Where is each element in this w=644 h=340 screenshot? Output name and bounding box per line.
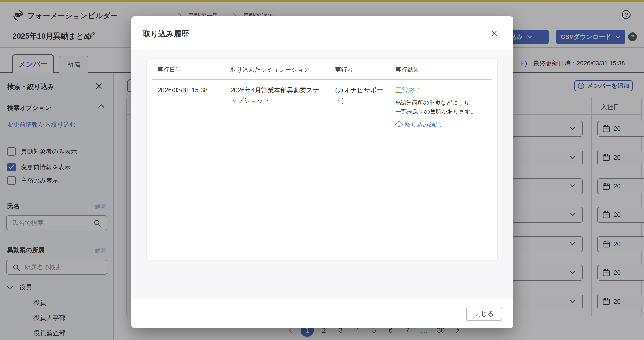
history-cell-datetime: 2026/03/31 15:38 <box>158 85 208 95</box>
history-cell-result: 正常終了 ※編集箇所の重複などにより、一部未反映の箇所があります。 取り込み結果 <box>396 85 481 130</box>
modal-footer: 閉じる <box>132 299 513 328</box>
result-note: ※編集箇所の重複などにより、一部未反映の箇所があります。 <box>396 98 478 116</box>
app-root: フォーメーションビルダー 異動案一覧 異動案詳細 ? 2025年10月異動まとめ… <box>0 0 644 340</box>
history-row-divider <box>152 127 492 127</box>
import-result-link[interactable]: 取り込み結果 <box>396 119 481 130</box>
history-header-simulation: 取り込んだシミュレーション <box>230 66 322 74</box>
import-result-link-label: 取り込み結果 <box>405 119 441 130</box>
modal-title: 取り込み履歴 <box>143 29 189 39</box>
history-header-executor: 実行者 <box>335 66 389 74</box>
close-modal-button[interactable]: 閉じる <box>466 307 502 321</box>
import-history-table: 実行日時 取り込んだシミュレーション 実行者 実行結果 2026/03/31 1… <box>147 59 497 260</box>
modal-header: 取り込み履歴 <box>132 16 513 50</box>
history-header-divider <box>152 79 492 80</box>
history-cell-simulation: 2026年4月営業本部異動案スナップショット <box>230 85 322 106</box>
modal-body: 実行日時 取り込んだシミュレーション 実行者 実行結果 2026/03/31 1… <box>132 50 513 299</box>
import-history-modal: 取り込み履歴 実行日時 取り込んだシミュレーション 実行者 実行結果 2026/… <box>132 16 513 328</box>
history-cell-executor: (カオナビサポート) <box>335 85 389 106</box>
close-icon <box>490 29 498 37</box>
status-badge: 正常終了 <box>396 85 481 95</box>
history-header-datetime: 実行日時 <box>158 66 181 74</box>
history-header-result: 実行結果 <box>396 66 481 74</box>
modal-close-button[interactable] <box>490 29 498 38</box>
